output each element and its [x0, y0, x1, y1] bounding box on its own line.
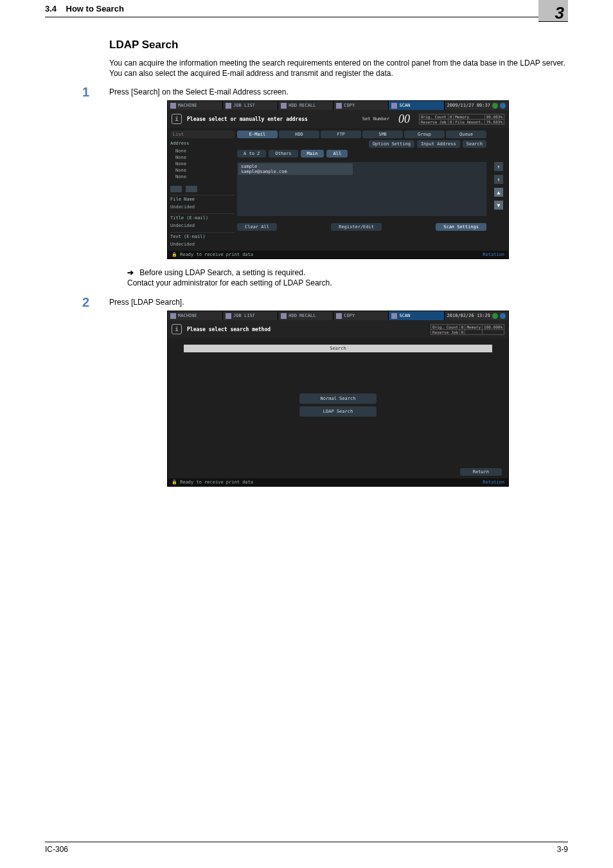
help-icon[interactable] [500, 103, 506, 109]
side-none-3: None [170, 161, 235, 167]
tab2-hdd-recall[interactable]: HDD RECALL [278, 311, 333, 320]
side-up-button[interactable] [170, 186, 182, 192]
scroll-down-button[interactable]: ▼ [494, 201, 503, 210]
info-message: Please select or manually enter address [187, 116, 308, 122]
dest-tab-email[interactable]: E-Mail [237, 131, 278, 138]
scan-icon [391, 103, 397, 109]
statusbar-rotation[interactable]: Rotation [483, 252, 504, 257]
dest-tab-ftp[interactable]: FTP [321, 131, 361, 138]
status-table-2: Orig. Count0 Memory100.000% Reserve Job0 [431, 324, 504, 335]
scroll-up-half-button[interactable]: ↑ [494, 175, 503, 184]
side-none-5: None [170, 174, 235, 179]
clock-area-2: 2010/02/26 13:29 [445, 311, 508, 320]
scan-icon [391, 313, 397, 319]
side-text-value: Undecided [170, 242, 235, 248]
side-title-value: Undecided [170, 223, 235, 230]
statusbar-ready: 🔒 Ready to receive print data [172, 252, 253, 257]
filter-others-button[interactable]: Others [269, 150, 298, 158]
screenshot-1: MACHINE JOB LIST HDD RECALL COPY SCAN 20… [167, 100, 509, 259]
tab2-copy[interactable]: COPY [333, 311, 389, 320]
intro-paragraph: You can acquire the information meeting … [109, 58, 568, 78]
tab-joblist[interactable]: JOB LIST [223, 101, 278, 110]
scan-settings-button[interactable]: Scan Settings [436, 223, 486, 231]
dest-tab-hdd[interactable]: HDD [279, 131, 319, 138]
side-down-button[interactable] [186, 186, 197, 192]
footer-right: 3-9 [557, 845, 568, 854]
dest-tab-queue[interactable]: Queue [446, 131, 486, 138]
tab2-machine[interactable]: MACHINE [168, 311, 223, 320]
tab-machine[interactable]: MACHINE [168, 101, 223, 110]
step-1-text: Press [Search] on the Select E-mail Addr… [109, 87, 568, 96]
info-icon: i [172, 114, 182, 124]
tab2-scan[interactable]: SCAN [389, 311, 444, 320]
note-line: ➔ Before using LDAP Search, a setting is… [127, 268, 568, 277]
arrow-icon: ➔ [127, 268, 134, 277]
address-list-item[interactable]: sample sample@sample.com [238, 163, 353, 175]
statusbar-ready-2: 🔒 Ready to receive print data [172, 480, 253, 485]
copy-icon [336, 313, 342, 319]
note-text: Before using LDAP Search, a setting is r… [139, 268, 305, 277]
option-setting-button[interactable]: Option Setting [369, 140, 414, 148]
status-table: Orig. Count0 Memory99.003% Reserve Job0 … [419, 114, 504, 125]
filter-all-button[interactable]: All [326, 150, 348, 158]
copy-icon [336, 103, 342, 109]
side-none-4: None [170, 168, 235, 173]
running-header: 3.4 How to Search [45, 4, 124, 14]
power-icon[interactable] [492, 313, 498, 319]
side-address-label: Address [170, 140, 235, 147]
side-filename-label: File Name [170, 195, 235, 203]
filter-atoz-button[interactable]: A to Z [237, 150, 266, 158]
side-filename-value: Undecided [170, 204, 235, 211]
tab2-joblist[interactable]: JOB LIST [223, 311, 278, 320]
tab-scan[interactable]: SCAN [389, 101, 444, 110]
note-subtext: Contact your administrator for each sett… [127, 278, 568, 287]
info-icon: i [172, 324, 182, 334]
timestamp: 2009/11/27 09:37 [447, 103, 490, 108]
clear-all-button[interactable]: Clear All [237, 223, 277, 231]
search-button[interactable]: Search [463, 140, 486, 148]
list-icon [226, 103, 231, 109]
clock-area: 2009/11/27 09:37 [445, 101, 508, 110]
info-message-2: Please select search method [187, 327, 271, 332]
footer-left: IC-306 [45, 845, 68, 854]
step-2-number: 2 [82, 295, 89, 310]
address-listbox: sample sample@sample.com ↑ ↑ ▲ ▼ [237, 162, 486, 216]
scroll-up-button[interactable]: ▲ [494, 188, 503, 197]
return-button[interactable]: Return [460, 468, 502, 476]
side-none-2: None [170, 155, 235, 160]
hdd-icon [281, 313, 287, 319]
register-edit-button[interactable]: Register/Edit [331, 223, 382, 231]
normal-search-button[interactable]: Normal Search [299, 393, 377, 404]
tab-copy[interactable]: COPY [333, 101, 389, 110]
input-address-button[interactable]: Input Address [417, 140, 460, 148]
machine-icon [170, 103, 176, 109]
ldap-search-button[interactable]: LDAP Search [299, 406, 377, 417]
side-title-label: Title (E-mail) [170, 213, 235, 222]
chapter-tab: 3 [538, 0, 568, 22]
machine-icon [170, 313, 176, 319]
scroll-top-button[interactable]: ↑ [494, 162, 503, 171]
header-section-title: How to Search [66, 4, 124, 14]
side-list-button[interactable]: List [170, 131, 235, 138]
dest-tab-smb[interactable]: SMB [362, 131, 403, 138]
power-icon[interactable] [492, 103, 498, 109]
filter-main-button[interactable]: Main [301, 150, 324, 158]
section-heading: LDAP Search [109, 39, 568, 51]
side-none-1: None [170, 149, 235, 154]
dest-tab-group[interactable]: Group [404, 131, 445, 138]
set-number-label: Set Number [362, 116, 389, 122]
tab-hdd-recall[interactable]: HDD RECALL [278, 101, 333, 110]
header-rule [45, 17, 568, 17]
step-1-number: 1 [82, 85, 89, 100]
step-2-text: Press [LDAP Search]. [109, 298, 568, 307]
header-section-number: 3.4 [45, 4, 57, 14]
screenshot-2: MACHINE JOB LIST HDD RECALL COPY SCAN 20… [167, 311, 509, 487]
side-text-label: Text (E-mail) [170, 232, 235, 240]
timestamp-2: 2010/02/26 13:29 [447, 313, 490, 318]
hdd-icon [281, 103, 287, 109]
list-icon [226, 313, 231, 319]
statusbar-rotation-2[interactable]: Rotation [483, 480, 504, 485]
help-icon[interactable] [500, 313, 506, 319]
search-panel-header: Search [184, 345, 492, 352]
chapter-number: 3 [555, 3, 564, 23]
